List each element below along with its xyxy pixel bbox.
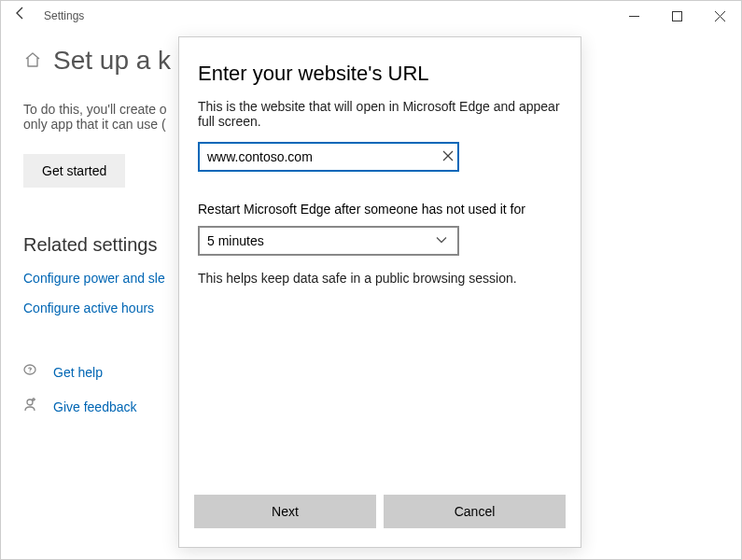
page-title: Set up a k xyxy=(53,46,171,76)
svg-point-6 xyxy=(27,399,33,405)
dialog-title: Enter your website's URL xyxy=(198,62,562,86)
chevron-down-icon xyxy=(435,233,448,249)
cancel-button[interactable]: Cancel xyxy=(384,495,566,528)
get-started-button[interactable]: Get started xyxy=(23,154,125,188)
restart-timeout-value: 5 minutes xyxy=(200,228,457,254)
settings-window: Settings Set up a k To do this, you'll c… xyxy=(0,0,742,560)
dialog-actions: Next Cancel xyxy=(179,483,581,547)
svg-point-5 xyxy=(29,371,30,372)
maximize-button[interactable] xyxy=(655,1,698,31)
get-help-label: Get help xyxy=(53,365,103,380)
close-button[interactable] xyxy=(698,1,741,31)
window-controls xyxy=(612,1,741,31)
helper-text: This helps keep data safe in a public br… xyxy=(198,271,562,286)
svg-rect-1 xyxy=(672,11,681,21)
url-input[interactable] xyxy=(198,142,459,172)
back-button[interactable] xyxy=(1,1,40,31)
help-icon xyxy=(23,362,40,382)
restart-label: Restart Microsoft Edge after someone has… xyxy=(198,202,562,217)
window-title: Settings xyxy=(40,9,84,22)
dialog-description: This is the website that will open in Mi… xyxy=(198,99,562,129)
feedback-icon xyxy=(23,397,40,416)
give-feedback-label: Give feedback xyxy=(53,399,137,414)
home-icon xyxy=(23,50,42,72)
next-button[interactable]: Next xyxy=(194,495,376,528)
minimize-button[interactable] xyxy=(612,1,655,31)
url-field xyxy=(198,142,459,172)
clear-icon[interactable] xyxy=(442,149,454,164)
title-bar: Settings xyxy=(1,1,741,31)
url-dialog: Enter your website's URL This is the web… xyxy=(178,36,581,548)
restart-timeout-select[interactable]: 5 minutes xyxy=(198,226,459,256)
